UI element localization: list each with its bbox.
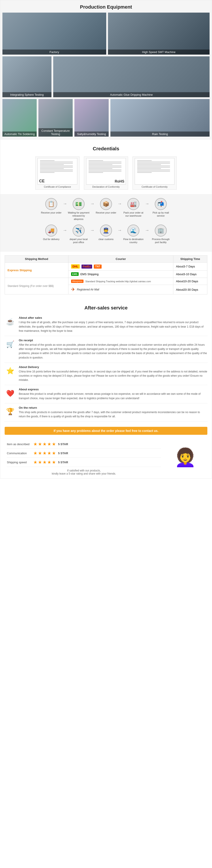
star-2-1: ★ xyxy=(33,451,37,456)
star-3-4: ★ xyxy=(47,460,51,465)
dhl-fedex-tnt-cell: DHL FedEx TNT xyxy=(68,262,173,271)
aftersales-title-5: On the return xyxy=(19,406,207,409)
flow-label-9: Flow to destination country xyxy=(122,238,144,244)
ce-mark: CE xyxy=(39,179,45,183)
star-3-3: ★ xyxy=(43,460,46,465)
rating-label-3: Shipping speed xyxy=(7,461,33,464)
rain-image: Rain Testing xyxy=(110,99,210,136)
flow-label-8: clear customs xyxy=(99,238,113,241)
postoffice-icon: ✈️ xyxy=(73,224,84,237)
aliexpress-desc: Standard Shipping Tracking website:http:… xyxy=(85,280,151,283)
rating-label-1: Item as described xyxy=(7,442,33,446)
factory-image: Factory xyxy=(2,12,106,55)
credentials-title: Credentials xyxy=(7,142,205,154)
aftersales-text-3: China time 16 points before the successf… xyxy=(19,370,207,382)
aftersales-item-2: 🛒 On receipt After the arrival of the go… xyxy=(5,336,207,363)
flow-item-8: 👮 clear customs xyxy=(95,224,117,241)
star-3-2: ★ xyxy=(38,460,42,465)
aftersales-item-1: ☕ About after sales I shop the sale of a… xyxy=(5,313,207,336)
flow-item-6: 🚚 Out for delivery xyxy=(40,224,62,241)
aliexpress-logo: Aliexpress xyxy=(71,280,83,283)
dhl-logo: DHL xyxy=(71,265,80,269)
production-title: Production Equipment xyxy=(2,0,210,12)
coc-label: Certificate of Compliance xyxy=(44,185,71,188)
aftersales-content-1: About after sales I shop the sale of all… xyxy=(19,316,207,333)
ratings-section: Item as described ★ ★ ★ ★ ★ 5 STAR Commu… xyxy=(0,437,212,478)
pickup-icon: 📬 xyxy=(155,198,167,210)
standard-label: Standard Shipping (For order over $$$) xyxy=(5,278,68,294)
flow-row-2: 🚚 Out for delivery → ✈️ depart your loca… xyxy=(5,224,207,244)
courier-header: Courier xyxy=(68,255,173,262)
aftersales-icon-3: ⭐ xyxy=(5,365,16,376)
glue-caption: Automatic Glue Dripping Machine xyxy=(53,92,210,97)
aftersales-title-1: About after sales xyxy=(19,316,207,319)
star-2-4: ★ xyxy=(47,451,51,456)
customs-icon: 👮 xyxy=(100,224,112,237)
smt-caption: High Speed SMT Machine xyxy=(108,50,210,55)
sphere-image: Integrating Sphere Testing xyxy=(2,56,51,97)
ems-label: EMS Shipping xyxy=(80,273,99,276)
star-3-1: ★ xyxy=(33,460,37,465)
flow-item-4: 🏭 Pack your order at our warehouse xyxy=(122,198,144,217)
aftersales-icon-2: 🛒 xyxy=(5,339,16,350)
flow-item-10: 🏢 Process through port facility xyxy=(150,224,172,244)
salt-caption: Salty&humidity Testing xyxy=(74,131,109,136)
fedex-logo: FedEx xyxy=(81,265,92,269)
flow-label-3: Receive your order xyxy=(96,211,116,214)
registered-label: Registered Air Mail xyxy=(77,288,99,291)
flow-label-1: Receive your order xyxy=(41,211,62,214)
aftersales-content-3: About Delivery China time 16 points befo… xyxy=(19,365,207,382)
express-row-1: Express Shipping DHL FedEx TNT About3-7 … xyxy=(5,262,207,271)
rating-row-3: Shipping speed ★ ★ ★ ★ ★ 5 STAR xyxy=(7,458,161,467)
flow-label-2: Waiting for payment released by alixpres… xyxy=(68,211,90,221)
smt-image: High Speed SMT Machine xyxy=(108,12,210,55)
aftersales-text-5: This shop sells products in customers re… xyxy=(19,410,207,418)
star-2-3: ★ xyxy=(43,451,46,456)
shipping-section: Shipping Method Courier Shipping Time Ex… xyxy=(0,252,212,298)
ems-cell: EMS EMS Shipping xyxy=(68,271,173,278)
aftersales-text-4: Because this product is small profits an… xyxy=(19,392,207,400)
aftersales-text-1: I shop the sale of all goods, after the … xyxy=(19,320,207,333)
sphere-caption: Integrating Sphere Testing xyxy=(2,92,51,97)
pack-icon: 🏭 xyxy=(128,198,139,210)
flow-item-3: 📦 Receive your order xyxy=(95,198,117,214)
const-image: Constant Temperature Testing xyxy=(38,99,73,136)
receive-order-icon: 📋 xyxy=(45,198,57,210)
aftersales-item-5: 🏆 On the return This shop sells products… xyxy=(5,403,207,422)
shipping-table: Shipping Method Courier Shipping Time Ex… xyxy=(5,255,207,294)
aftersales-icon-4: ❤️ xyxy=(5,388,16,399)
flow-label-10: Process through port facility xyxy=(150,238,172,244)
star-1-4: ★ xyxy=(47,441,51,447)
star-1-3: ★ xyxy=(43,441,46,447)
flow-label-4: Pack your order at our warehouse xyxy=(122,211,144,217)
flow-label-6: Out for delivery xyxy=(43,238,60,241)
receive-order-2-icon: 📦 xyxy=(100,198,112,210)
tin-image: Automatic Tin Soldering xyxy=(2,99,37,136)
flow-arrow-7: → xyxy=(117,228,122,233)
rohs-mark: RoHS xyxy=(115,180,124,183)
girl-illustration: 👩‍🦱 xyxy=(174,447,196,468)
aftersales-icon-5: 🏆 xyxy=(5,406,16,417)
payment-icon: 💵 xyxy=(73,198,84,210)
stars-1: ★ ★ ★ ★ ★ xyxy=(33,441,56,447)
credential-item-2: RoHS Declaration of Conformity xyxy=(84,156,128,190)
conf-doc xyxy=(135,158,174,185)
coc-doc: CE xyxy=(38,158,77,185)
salt-image: Salty&humidity Testing xyxy=(74,99,109,136)
order-flow-section: 📋 Receive your order → 💵 Waiting for pay… xyxy=(0,194,212,252)
port-icon: 🏢 xyxy=(155,224,167,237)
rating-row-2: Communication ★ ★ ★ ★ ★ 5 STAR xyxy=(7,449,161,458)
flow-arrow-2: → xyxy=(90,201,95,206)
star-value-3: 5 STAR xyxy=(58,461,68,464)
stars-3: ★ ★ ★ ★ ★ xyxy=(33,460,56,465)
registered-icon: ✈ xyxy=(71,287,75,292)
star-1-5: ★ xyxy=(52,441,56,447)
production-equipment-section: Production Equipment Factory High Speed … xyxy=(0,0,212,140)
credentials-row: CE Certificate of Compliance xyxy=(7,156,205,190)
rating-footer: If satisfied with our products,kindly le… xyxy=(7,469,161,475)
star-1-2: ★ xyxy=(38,441,42,447)
credential-item-3: Certificate of Conformity xyxy=(133,156,177,190)
star-2-5: ★ xyxy=(52,451,56,456)
flow-arrow-6: → xyxy=(90,228,95,233)
contact-banner: If you have any problems about the order… xyxy=(5,427,207,435)
